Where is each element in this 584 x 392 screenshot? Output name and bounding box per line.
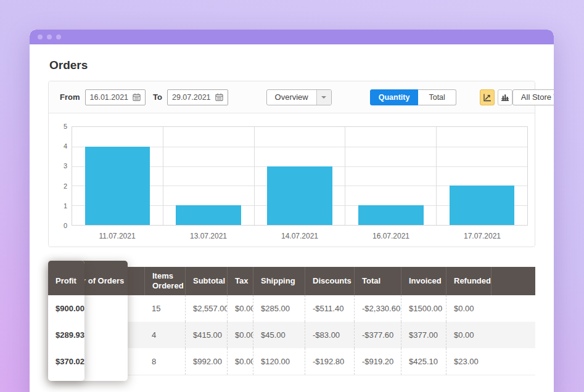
- table-cell: $0.00: [446, 295, 491, 322]
- x-tick-label: 11.07.2021: [72, 232, 163, 240]
- highlighted-column-header[interactable]: Profit: [48, 261, 84, 295]
- bar-11.07.2021[interactable]: [85, 147, 150, 225]
- table-cell: $23.00: [446, 348, 491, 375]
- table-cell: [491, 348, 535, 375]
- window-titlebar: [30, 30, 554, 44]
- calendar-icon[interactable]: [133, 93, 141, 101]
- app-window: Orders From 16.01.2021 To: [30, 30, 554, 392]
- column-header-items-ordered[interactable]: Items Ordered: [144, 267, 185, 295]
- column-header-total[interactable]: Total: [354, 267, 401, 295]
- y-tick-label: 5: [51, 123, 67, 130]
- x-tick-label: 13.07.2021: [163, 232, 254, 240]
- window-dot-icon[interactable]: [47, 35, 52, 39]
- table-cell: -$83.00: [305, 322, 354, 348]
- highlighted-column-cell: $289.93: [48, 322, 84, 348]
- window-dot-icon[interactable]: [38, 35, 43, 39]
- store-view-value: All Store Views: [513, 92, 554, 102]
- column-header-refunded[interactable]: Refunded: [446, 267, 491, 295]
- bar-13.07.2021[interactable]: [176, 205, 241, 225]
- bar-16.07.2021[interactable]: [358, 205, 424, 225]
- table-cell: [491, 295, 535, 322]
- bar-chart-button[interactable]: [498, 89, 512, 105]
- filters-toolbar: From 16.01.2021 To 29.07.2021: [49, 81, 535, 113]
- y-tick-label: 2: [51, 182, 67, 190]
- table-cell: $0.00: [446, 322, 491, 348]
- to-label: To: [153, 92, 162, 102]
- highlighted-column-profit[interactable]: Profit$900.00$289.93$370.02: [48, 261, 84, 381]
- table-cell: $2,557.00: [185, 295, 227, 322]
- table-cell: 15: [144, 295, 185, 322]
- y-tick-label: 3: [51, 162, 67, 169]
- total-toggle-button[interactable]: Total: [418, 89, 456, 105]
- x-tick-label: 17.07.2021: [437, 232, 528, 240]
- table-cell: $992.00: [185, 348, 227, 375]
- table-cell: -$919.20: [354, 348, 401, 375]
- y-tick-label: 0: [51, 222, 67, 229]
- chart-category-cell: [72, 127, 163, 225]
- column-header-subtotal[interactable]: Subtotal: [185, 267, 227, 295]
- column-header-tax[interactable]: Tax: [227, 267, 253, 295]
- table-cell: $377.00: [401, 322, 446, 348]
- to-date-input[interactable]: 29.07.2021: [167, 89, 228, 105]
- table-cell: $0.00: [227, 322, 253, 348]
- table-cell: $45.00: [253, 322, 305, 348]
- page-content: Orders From 16.01.2021 To: [30, 44, 554, 392]
- y-tick-label: 1: [51, 202, 67, 210]
- orders-bar-chart: 012345 11.07.202113.07.202114.07.202116.…: [49, 113, 535, 247]
- table-cell: $0.00: [227, 295, 253, 322]
- column-header-invoiced[interactable]: Invoiced: [401, 267, 446, 295]
- table-cell: 4: [144, 322, 185, 348]
- chevron-down-icon[interactable]: [316, 90, 331, 105]
- table-cell: -$377.60: [354, 322, 401, 348]
- table-cell: -$192.80: [305, 348, 354, 375]
- column-header-profit[interactable]: [491, 267, 535, 295]
- table-cell: $120.00: [253, 348, 305, 375]
- chart-category-cell: [255, 127, 346, 225]
- chart-category-cell: [437, 127, 527, 225]
- table-cell: $415.00: [185, 322, 227, 348]
- table-cell: [491, 322, 535, 348]
- x-tick-label: 16.07.2021: [345, 232, 437, 240]
- from-date-value: 16.01.2021: [90, 93, 129, 102]
- orders-panel: From 16.01.2021 To 29.07.2021: [48, 81, 535, 247]
- line-chart-icon: [483, 93, 491, 102]
- x-axis-labels: 11.07.202113.07.202114.07.202116.07.2021…: [72, 232, 528, 240]
- store-view-select[interactable]: All Store Views: [512, 89, 554, 105]
- bar-chart-icon: [501, 93, 509, 102]
- y-tick-label: 4: [51, 142, 67, 150]
- table-cell: 8: [144, 348, 185, 375]
- table-cell: $0.00: [227, 348, 253, 375]
- table-cell: $1500.00: [401, 295, 446, 322]
- x-tick-label: 14.07.2021: [254, 232, 345, 240]
- line-chart-button[interactable]: [480, 89, 495, 105]
- calendar-icon[interactable]: [215, 93, 223, 101]
- period-select-value: Overview: [267, 92, 316, 102]
- from-label: From: [60, 92, 80, 102]
- from-date-input[interactable]: 16.01.2021: [85, 89, 146, 105]
- highlighted-column-cell: $370.02: [48, 348, 84, 375]
- window-dot-icon[interactable]: [56, 35, 61, 39]
- orders-table: ConditionItems OrderedSubtotalTaxShippin…: [48, 267, 535, 375]
- highlighted-column-cell: $900.00: [48, 295, 84, 322]
- column-header-discounts[interactable]: Discounts: [305, 267, 354, 295]
- bar-14.07.2021[interactable]: [267, 166, 332, 225]
- chart-category-cell: [163, 127, 255, 225]
- page-title: Orders: [49, 59, 88, 72]
- column-header-shipping[interactable]: Shipping: [253, 267, 305, 295]
- chart-type-buttons: [480, 89, 512, 105]
- table-cell: -$511.40: [305, 295, 354, 322]
- metric-toggle: Quantity Total: [370, 89, 456, 105]
- chart-plot-area: [72, 126, 528, 226]
- table-cell: -$2,330.60: [354, 295, 401, 322]
- table-cell: $425.10: [401, 348, 446, 375]
- quantity-toggle-button[interactable]: Quantity: [370, 89, 419, 105]
- chart-category-cell: [345, 127, 437, 225]
- table-cell: $285.00: [253, 295, 305, 322]
- bar-17.07.2021[interactable]: [450, 186, 515, 225]
- to-date-value: 29.07.2021: [172, 93, 211, 102]
- period-select[interactable]: Overview: [266, 89, 332, 105]
